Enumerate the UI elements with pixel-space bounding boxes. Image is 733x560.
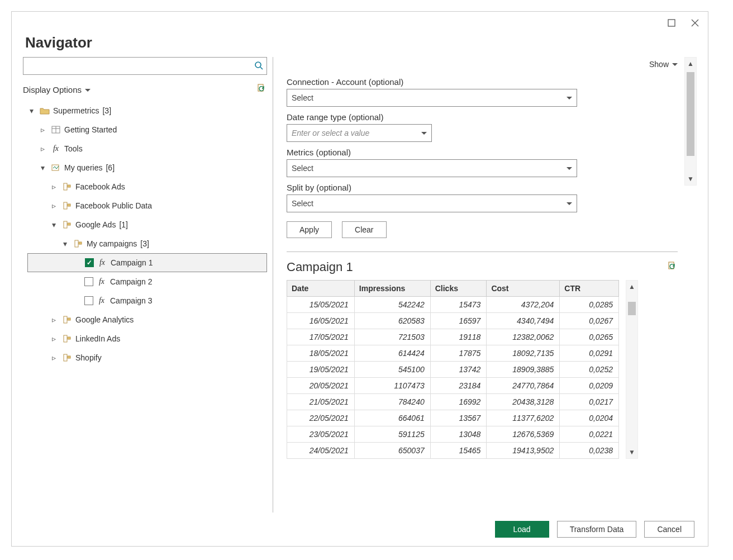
expand-icon[interactable]: ▹	[52, 182, 59, 191]
refresh-icon[interactable]	[668, 262, 678, 273]
chevron-down-icon	[85, 85, 91, 94]
svg-rect-23	[68, 356, 70, 358]
search-icon[interactable]	[254, 61, 263, 72]
checkbox[interactable]	[84, 296, 93, 305]
apply-button[interactable]: Apply	[287, 221, 332, 238]
expand-icon[interactable]: ▹	[41, 125, 47, 134]
table-row[interactable]: 20/05/202111074732318424770,78640,0209	[287, 378, 619, 394]
table-row[interactable]: 24/05/20216500371546519413,95020,0238	[287, 443, 619, 459]
table-cell: 784240	[354, 394, 430, 410]
table-cell: 20438,3128	[487, 394, 560, 410]
date-range-select[interactable]: Enter or select a value	[287, 124, 432, 142]
table-row[interactable]: 15/05/2021542242154734372,2040,0285	[287, 297, 619, 313]
svg-rect-18	[64, 316, 67, 323]
preview-title: Campaign 1	[287, 260, 353, 274]
table-cell: 721503	[354, 329, 430, 345]
pane-scrollbar[interactable]: ▲ ▼	[684, 57, 697, 186]
refresh-icon[interactable]	[257, 84, 267, 96]
table-row[interactable]: 17/05/20217215031911812382,00620,0265	[287, 329, 619, 345]
tree-node-google-analytics[interactable]: ▹ Google Analytics	[27, 310, 267, 329]
load-button[interactable]: Load	[495, 521, 549, 538]
table-cell: 0,0265	[560, 329, 619, 345]
table-cell: 15/05/2021	[287, 297, 355, 313]
maximize-icon[interactable]	[668, 19, 675, 27]
table-cell: 0,0217	[560, 394, 619, 410]
tree-node-facebook-public-data[interactable]: ▹ Facebook Public Data	[27, 196, 267, 215]
metrics-label: Metrics (optional)	[287, 148, 669, 157]
column-header[interactable]: Cost	[487, 281, 560, 297]
collapse-icon[interactable]: ▾	[52, 220, 59, 229]
expand-icon[interactable]: ▹	[52, 315, 59, 324]
column-header[interactable]: Impressions	[354, 281, 430, 297]
svg-rect-14	[64, 221, 67, 228]
svg-rect-24	[669, 262, 674, 269]
show-dropdown[interactable]: Show	[287, 57, 680, 72]
transform-data-button[interactable]: Transform Data	[557, 521, 637, 538]
tree-node-google-ads[interactable]: ▾ Google Ads [1]	[27, 215, 267, 234]
table-cell: 11377,6202	[487, 410, 560, 426]
display-options-label: Display Options	[23, 85, 82, 94]
column-header[interactable]: Clicks	[430, 281, 487, 297]
tree-node-linkedin-ads[interactable]: ▹ LinkedIn Ads	[27, 329, 267, 348]
tree-node-my-queries[interactable]: ▾ My queries [6]	[27, 158, 267, 177]
tree-node-getting-started[interactable]: ▹ Getting Started	[27, 120, 267, 139]
column-header[interactable]: Date	[287, 281, 355, 297]
table-row[interactable]: 23/05/20215911251304812676,53690,0221	[287, 426, 619, 443]
tree-node-campaign-3[interactable]: fx Campaign 3	[27, 291, 267, 310]
tree-node-shopify[interactable]: ▹ Shopify	[27, 348, 267, 367]
search-input[interactable]	[23, 57, 267, 75]
table-row[interactable]: 16/05/2021620583165974340,74940,0267	[287, 313, 619, 329]
table-cell: 23/05/2021	[287, 426, 355, 443]
scroll-up-icon[interactable]: ▲	[687, 58, 694, 70]
tree-node-facebook-ads[interactable]: ▹ Facebook Ads	[27, 177, 267, 196]
expand-icon[interactable]: ▹	[52, 353, 59, 362]
cancel-button[interactable]: Cancel	[644, 521, 694, 538]
tree-label: Getting Started	[64, 125, 117, 134]
tree-label: Facebook Public Data	[75, 201, 152, 210]
expand-icon[interactable]: ▹	[52, 201, 59, 210]
column-header[interactable]: CTR	[560, 281, 619, 297]
collapse-icon[interactable]: ▾	[63, 239, 70, 248]
table-row[interactable]: 21/05/20217842401699220438,31280,0217	[287, 394, 619, 410]
clear-button[interactable]: Clear	[342, 221, 386, 238]
scroll-down-icon[interactable]: ▼	[629, 446, 635, 458]
collapse-icon[interactable]: ▾	[30, 106, 36, 115]
split-select[interactable]: Select	[287, 194, 577, 212]
scroll-up-icon[interactable]: ▲	[629, 281, 635, 293]
expand-icon[interactable]: ▹	[41, 144, 47, 153]
scroll-down-icon[interactable]: ▼	[687, 173, 694, 185]
table-cell: 1107473	[354, 378, 430, 394]
tree-label: Google Ads	[75, 220, 116, 229]
chevron-down-icon	[672, 60, 678, 69]
svg-rect-21	[68, 337, 70, 339]
table-cell: 21/05/2021	[287, 394, 355, 410]
close-icon[interactable]	[691, 19, 699, 27]
table-row[interactable]: 22/05/20216640611356711377,62020,0204	[287, 410, 619, 426]
checkbox-checked[interactable]	[85, 258, 94, 267]
collapse-icon[interactable]: ▾	[41, 163, 47, 172]
display-options-dropdown[interactable]: Display Options	[23, 85, 91, 94]
titlebar	[12, 12, 708, 34]
svg-rect-12	[64, 202, 67, 209]
table-cell: 542242	[354, 297, 430, 313]
tree-node-supermetrics[interactable]: ▾ Supermetrics [3]	[27, 101, 267, 120]
datasource-icon	[62, 201, 72, 211]
search-field[interactable]	[27, 61, 254, 71]
table-cell: 620583	[354, 313, 430, 329]
tree-node-campaign-2[interactable]: fx Campaign 2	[27, 272, 267, 291]
table-scrollbar[interactable]: ▲ ▼	[626, 280, 638, 459]
page-title: Navigator	[12, 34, 708, 57]
table-row[interactable]: 19/05/20215451001374218909,38850,0252	[287, 362, 619, 378]
tree-node-campaign-1[interactable]: fx Campaign 1	[27, 253, 267, 272]
table-cell: 19/05/2021	[287, 362, 355, 378]
svg-line-4	[260, 67, 263, 69]
table-cell: 591125	[354, 426, 430, 443]
table-row[interactable]: 18/05/20216144241787518092,71350,0291	[287, 345, 619, 362]
checkbox[interactable]	[84, 277, 93, 286]
metrics-select[interactable]: Select	[287, 159, 577, 177]
table-cell: 16/05/2021	[287, 313, 355, 329]
tree-node-my-campaigns[interactable]: ▾ My campaigns [3]	[27, 234, 267, 253]
expand-icon[interactable]: ▹	[52, 334, 59, 343]
connection-select[interactable]: Select	[287, 89, 577, 107]
tree-node-tools[interactable]: ▹ fx Tools	[27, 139, 267, 158]
